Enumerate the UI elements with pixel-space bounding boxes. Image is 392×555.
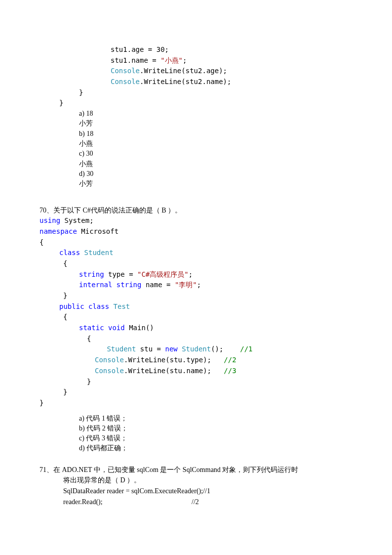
q69-option-d: d) 30 <box>79 169 353 179</box>
q70-code-line: Console.WriteLine(stu.type); //2 <box>39 355 353 366</box>
q70-code-line: public class Test <box>39 301 353 312</box>
q71-code-line: SqlDataReader reader = sqlCom.ExecuteRea… <box>39 486 353 497</box>
q70-code-brace: } <box>39 377 353 387</box>
q69-code-brace: } <box>39 98 353 109</box>
q69-option-d-sub: 小芳 <box>79 179 353 189</box>
q69-code-line: stu1.age = 30; <box>39 44 353 55</box>
q71-code-line: reader.Read();//2 <box>39 497 353 508</box>
q69-option-c: c) 30 <box>79 149 353 159</box>
q70-code-brace: } <box>39 387 353 398</box>
q71-stem-cont: 将出现异常的是（ D ）。 <box>39 475 353 486</box>
q70-code-line: static void Main() <box>39 323 353 334</box>
q70-code-line: string type = "C#高级程序员"; <box>39 269 353 280</box>
q70-code-brace: { <box>39 312 353 323</box>
q69-option-c-sub: 小燕 <box>79 159 353 169</box>
q70-code-brace: { <box>39 258 353 269</box>
q70-option-c: c) 代码 3 错误； <box>79 433 353 443</box>
q70-code-brace: { <box>39 237 353 248</box>
q70-code-line: using System; <box>39 215 353 226</box>
q69-option-a-sub: 小芳 <box>79 119 353 128</box>
q69-code-brace: } <box>39 87 353 98</box>
q70-code-line: namespace Microsoft <box>39 226 353 237</box>
q69-option-b: b) 18 <box>79 129 353 139</box>
q70-code-brace: } <box>39 291 353 301</box>
q69-code-line: Console.WriteLine(stu2.age); <box>39 66 353 77</box>
q70-code-brace: { <box>39 334 353 344</box>
q70-code-brace: } <box>39 398 353 409</box>
q70-code-line: Console.WriteLine(stu.name); //3 <box>39 366 353 377</box>
q69-option-a: a) 18 <box>79 109 353 119</box>
q69-code-line: stu1.name = "小燕"; <box>39 55 353 66</box>
q70-code-line: class Student <box>39 248 353 258</box>
q69-code-line: Console.WriteLine(stu2.name); <box>39 77 353 87</box>
q69-options: a) 18 小芳 b) 18 小燕 c) 30 小燕 d) 30 小芳 <box>79 109 353 189</box>
q70-options: a) 代码 1 错误； b) 代码 2 错误； c) 代码 3 错误； d) 代… <box>79 414 353 454</box>
q70-code-line: internal string name = "李明"; <box>39 280 353 291</box>
q71-stem: 71、在 ADO.NET 中，已知变量 sqlCom 是一个 SqlComman… <box>39 465 353 475</box>
q70-option-d: d) 代码都正确； <box>79 443 353 453</box>
q69-option-b-sub: 小燕 <box>79 139 353 149</box>
q70-option-b: b) 代码 2 错误； <box>79 424 353 433</box>
q70-code-line: Student stu = new Student(); //1 <box>39 344 353 355</box>
q70-option-a: a) 代码 1 错误； <box>79 414 353 424</box>
q70-stem: 70、关于以下 C#代码的说法正确的是（ B ）。 <box>39 205 353 216</box>
